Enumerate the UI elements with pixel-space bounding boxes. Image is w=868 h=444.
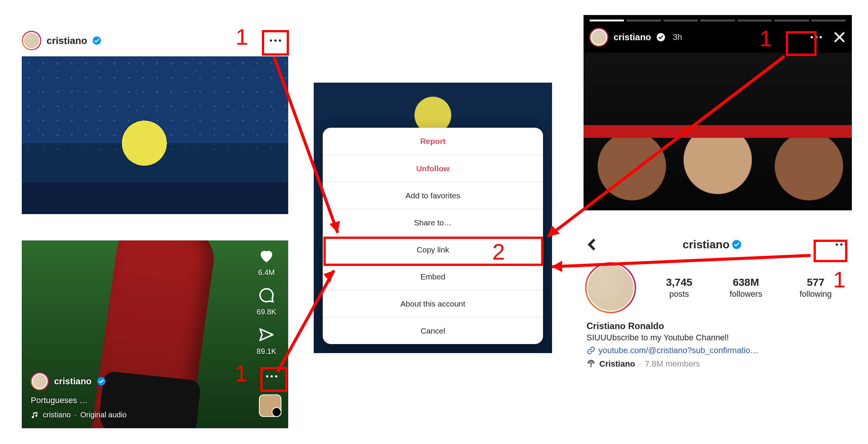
feed-post-image[interactable] [22,56,288,214]
profile-back-button[interactable] [585,237,600,252]
profile-followers-label: followers [730,289,762,299]
action-sheet-panel: Report Unfollow Add to favorites Share t… [314,83,552,353]
story-avatar-ring[interactable] [590,28,608,47]
reel-username: cristiano [54,376,92,387]
feed-post-header: cristiano [22,28,288,56]
profile-posts-stat[interactable]: 3,745 posts [666,276,692,299]
close-icon [833,31,846,44]
share-icon[interactable] [258,326,275,343]
profile-channel-row[interactable]: Cristiano · 7.8M members [587,359,849,369]
verified-badge-icon [97,377,106,386]
action-share-to[interactable]: Share to… [323,209,543,236]
action-add-favorites[interactable]: Add to favorites [323,182,543,209]
verified-badge-icon [732,240,742,249]
profile-following-count: 577 [807,276,824,288]
profile-posts-count: 3,745 [666,276,692,288]
feed-avatar [23,32,40,49]
reel-avatar-ring [31,372,49,390]
reel-right-rail: 6.4M 69.8K 89.1K [251,247,281,356]
story-progress-bar [590,20,846,21]
action-embed[interactable]: Embed [323,263,543,290]
profile-following-label: following [800,289,832,299]
story-more-button[interactable] [808,30,825,45]
profile-stats-row: 3,745 posts 638M followers 577 following [584,256,852,318]
reel-panel: 6.4M 69.8K 89.1K cristiano [22,240,288,428]
reel-bottom-overlay: cristiano Portugueses … cristiano · Orig… [31,372,247,419]
broadcast-channel-icon [587,359,596,368]
heart-icon[interactable] [258,247,275,264]
reel-caption[interactable]: Portugueses … [31,396,247,405]
story-image[interactable] [584,53,852,210]
profile-bio-line: SIUUUbscribe to my Youtube Channel! [587,333,849,343]
music-note-icon [31,411,39,419]
profile-posts-label: posts [669,289,689,299]
profile-followers-count: 638M [733,276,759,288]
feed-more-button[interactable] [266,32,284,50]
more-horizontal-icon [836,243,847,246]
profile-more-button[interactable] [832,237,850,252]
reel-audio-author: cristiano [43,411,71,419]
verified-badge-icon [656,33,665,42]
profile-avatar [587,264,635,312]
reel-avatar [32,373,48,389]
feed-post-panel: cristiano [22,28,288,214]
reel-comments-count: 69.8K [257,308,276,316]
action-copy-link[interactable]: Copy link [323,236,543,263]
profile-username: cristiano [683,238,730,251]
profile-link-text[interactable]: youtube.com/@cristiano?sub_confirmatio… [599,346,758,355]
action-about-account[interactable]: About this account [323,290,543,317]
profile-bio: Cristiano Ronaldo SIUUUbscribe to my You… [584,318,852,369]
feed-username[interactable]: cristiano [47,35,87,47]
reel-likes-count: 6.4M [258,268,275,277]
profile-followers-stat[interactable]: 638M followers [730,276,762,299]
story-timestamp: 3h [673,32,682,42]
verified-badge-icon [92,36,101,45]
more-horizontal-icon [266,375,277,378]
profile-channel-name: Cristiano [599,359,635,369]
more-horizontal-icon [811,36,822,38]
action-unfollow[interactable]: Unfollow [323,155,543,182]
svg-marker-12 [552,261,562,272]
profile-panel: cristiano 3,745 posts 638M followers [584,237,852,369]
story-close-button[interactable] [833,31,846,44]
link-icon [587,346,596,355]
action-cancel[interactable]: Cancel [323,317,543,344]
profile-avatar-ring[interactable] [585,262,636,313]
action-report[interactable]: Report [323,128,543,155]
more-horizontal-icon [270,39,281,42]
profile-channel-members: 7.8M members [645,359,700,369]
comment-icon[interactable] [258,287,275,304]
reel-more-button[interactable] [262,369,281,384]
story-header: cristiano 3h [590,28,846,47]
reel-audio-row[interactable]: cristiano · Original audio [31,411,247,419]
story-panel: cristiano 3h [584,15,852,210]
reel-shares-count: 89.1K [257,347,276,356]
profile-display-name: Cristiano Ronaldo [587,321,849,331]
profile-link-row[interactable]: youtube.com/@cristiano?sub_confirmatio… [587,346,849,355]
svg-point-4 [590,362,592,364]
reel-user-row[interactable]: cristiano [31,372,247,390]
profile-top-bar: cristiano [584,237,852,256]
reel-audio-name: Original audio [80,411,126,419]
feed-avatar-ring[interactable] [22,31,41,50]
story-avatar [591,29,607,45]
action-sheet: Report Unfollow Add to favorites Share t… [323,128,543,344]
reel-audio-thumb[interactable] [259,394,281,417]
story-username[interactable]: cristiano [614,32,651,42]
profile-following-stat[interactable]: 577 following [800,276,832,299]
chevron-left-icon [585,237,600,252]
